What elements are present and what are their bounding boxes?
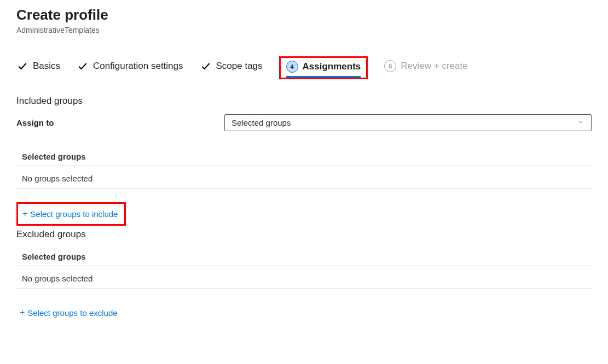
select-groups-to-include-button[interactable]: + Select groups to include [16,202,126,226]
link-label: Select groups to exclude [27,308,117,318]
check-icon [16,60,28,72]
step-assignments[interactable]: 4 Assignments [286,61,361,78]
check-icon [200,60,212,72]
step-review-create: 5 Review + create [384,60,467,75]
page-title: Create profile [16,7,592,24]
section-title-excluded: Excluded groups [16,229,592,240]
assign-to-select[interactable]: Selected groups [224,114,592,131]
section-title-included: Included groups [16,96,592,107]
step-scope-tags[interactable]: Scope tags [200,60,263,75]
excluded-selected-groups: Selected groups No groups selected [16,248,592,289]
select-groups-to-exclude-button[interactable]: + Select groups to exclude [16,301,121,324]
included-selected-groups: Selected groups No groups selected [16,148,592,189]
plus-icon: + [22,209,27,219]
step-configuration-settings[interactable]: Configuration settings [77,60,183,75]
chevron-down-icon [577,118,584,127]
no-groups-text: No groups selected [16,166,592,189]
link-label: Select groups to include [30,209,118,219]
excluded-groups-section: Excluded groups Selected groups No group… [16,229,592,324]
step-number-badge: 4 [286,61,298,73]
step-label: Scope tags [216,61,263,72]
select-value: Selected groups [231,118,291,127]
step-basics[interactable]: Basics [16,60,60,75]
stepper: Basics Configuration settings Scope tags… [16,56,592,79]
page-header: Create profile AdministrativeTemplates [16,7,592,34]
check-icon [77,60,89,72]
assign-to-row: Assign to Selected groups [16,114,592,131]
step-number-badge: 5 [384,60,396,72]
step-label: Basics [33,61,60,72]
plus-icon: + [20,308,25,318]
selected-groups-header: Selected groups [16,248,592,266]
assign-to-label: Assign to [16,118,224,127]
step-label: Assignments [303,61,361,72]
step-label: Review + create [401,61,467,72]
highlight-box-assignments: 4 Assignments [279,56,368,79]
step-label: Configuration settings [93,61,183,72]
selected-groups-header: Selected groups [16,148,592,166]
included-groups-section: Included groups Assign to Selected group… [16,96,592,226]
page-subtitle: AdministrativeTemplates [16,26,592,34]
no-groups-text: No groups selected [16,266,592,289]
